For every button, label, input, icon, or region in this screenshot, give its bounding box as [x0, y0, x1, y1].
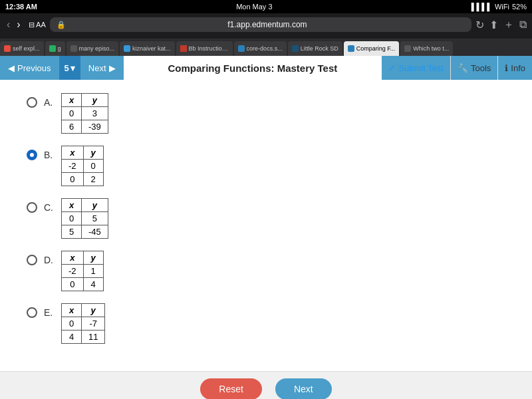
option-b: B. x y -2 0 0 2: [27, 146, 505, 186]
option-a-row-1: 0 3: [62, 107, 108, 120]
option-b-table: x y -2 0 0 2: [61, 146, 104, 186]
option-d-row-1: -2 1: [62, 265, 104, 278]
option-e-x1: 0: [62, 317, 82, 331]
option-d-x2: 0: [62, 278, 84, 291]
option-a-y1: 3: [82, 107, 108, 120]
submit-label: Submit Test: [398, 63, 444, 73]
back-button[interactable]: ‹: [5, 19, 11, 31]
option-c-letter: C.: [44, 202, 55, 213]
option-a-y2: -39: [82, 120, 108, 134]
tabs-button[interactable]: ⧉: [519, 19, 527, 31]
tab-which-two[interactable]: Which two t...: [400, 41, 453, 56]
forward-button[interactable]: ›: [15, 19, 21, 31]
next-button-top[interactable]: Next ▶: [80, 56, 124, 80]
tab-many-episo[interactable]: many episo...: [66, 41, 119, 56]
option-c-y2: -45: [82, 225, 108, 239]
lock-icon: 🔒: [57, 21, 66, 29]
check-icon: ✓: [388, 63, 396, 73]
option-d-y2: 4: [83, 278, 103, 291]
wifi-icon: WiFi: [495, 3, 509, 11]
option-b-row-2: 0 2: [62, 173, 104, 186]
option-d-y1: 1: [83, 265, 103, 278]
option-d-header-x: x: [62, 251, 84, 265]
bottom-action-bar: Reset Next: [0, 371, 532, 399]
option-b-x1: -2: [62, 160, 84, 173]
tab-little-rock[interactable]: Little Rock SD: [288, 41, 342, 56]
tab-g[interactable]: g: [45, 41, 65, 56]
option-c-radio[interactable]: [27, 202, 37, 213]
question-nav: ◀ Previous 5 ▾ Next ▶ Comparing Function…: [0, 56, 532, 80]
signal-icon: ▌▌▌▌: [471, 3, 492, 11]
tab-self-expl[interactable]: self expl...: [0, 41, 44, 56]
new-tab-button[interactable]: ＋: [503, 18, 514, 32]
info-label: Info: [511, 63, 525, 73]
option-b-y1: 0: [83, 160, 103, 173]
option-c-row-2: 5 -45: [62, 225, 108, 239]
prev-arrow-icon: ◀: [8, 63, 15, 73]
option-b-radio[interactable]: [27, 150, 37, 160]
option-e-radio-container[interactable]: [27, 307, 37, 318]
status-day: Mon May 3: [236, 3, 272, 11]
previous-button[interactable]: ◀ Previous: [0, 56, 59, 80]
option-e-letter: E.: [44, 307, 55, 318]
next-button-bottom[interactable]: Next: [275, 378, 332, 399]
reload-button[interactable]: ↻: [475, 19, 484, 31]
browser-actions: ↻ ⬆ ＋ ⧉: [475, 18, 527, 32]
url-bar[interactable]: 🔒 f1.app.edmentum.com: [50, 17, 471, 32]
battery-icon: 52%: [512, 3, 527, 11]
tab-instructional[interactable]: Bb Instructional...: [176, 41, 233, 56]
option-a-letter: A.: [44, 97, 55, 108]
option-b-x2: 0: [62, 173, 84, 186]
tools-button[interactable]: 🔧 Tools: [450, 56, 497, 80]
option-a-header-x: x: [62, 94, 82, 107]
option-c-y1: 5: [82, 212, 108, 225]
option-e-header-x: x: [62, 304, 82, 317]
option-a-row-2: 6 -39: [62, 120, 108, 134]
status-time: 12:38 AM: [5, 3, 37, 11]
prev-label: Previous: [17, 63, 51, 73]
option-c-radio-container[interactable]: [27, 202, 37, 213]
option-b-header-y: y: [83, 146, 103, 160]
option-d-radio-container[interactable]: [27, 255, 37, 265]
option-b-radio-container[interactable]: [27, 150, 37, 160]
option-e-y1: -7: [82, 317, 105, 331]
browser-tabs: self expl... g many episo... kiznaiver k…: [0, 39, 532, 56]
option-b-letter: B.: [44, 150, 55, 160]
tab-kiznaiver[interactable]: kiznaiver kat...: [120, 41, 175, 56]
info-button[interactable]: ℹ Info: [497, 56, 532, 80]
option-c-header-x: x: [62, 199, 82, 212]
option-e-radio[interactable]: [27, 307, 37, 318]
tab-core-docs[interactable]: core-docs.s...: [234, 41, 287, 56]
option-b-y2: 2: [83, 173, 103, 186]
submit-test-button[interactable]: ✓ Submit Test: [382, 56, 450, 80]
option-e-header-y: y: [82, 304, 105, 317]
info-icon: ℹ: [505, 63, 508, 73]
option-d-radio[interactable]: [27, 255, 37, 265]
option-a-header-y: y: [82, 94, 108, 107]
main-content: A. x y 0 3 6 -39: [0, 80, 532, 371]
option-c-header-y: y: [82, 199, 108, 212]
option-c-x1: 0: [62, 212, 82, 225]
browser-chrome: ‹ › ⊟ AA 🔒 f1.app.edmentum.com ↻ ⬆ ＋ ⧉: [0, 13, 532, 39]
reset-button[interactable]: Reset: [200, 378, 262, 399]
option-d-letter: D.: [44, 255, 55, 265]
option-e-row-1: 0 -7: [62, 317, 105, 331]
option-d-table: x y -2 1 0 4: [61, 251, 104, 291]
option-d-row-2: 0 4: [62, 278, 104, 291]
option-a-radio[interactable]: [27, 97, 37, 108]
option-a-x2: 6: [62, 120, 82, 134]
option-a: A. x y 0 3 6 -39: [27, 93, 505, 134]
question-number[interactable]: 5 ▾: [59, 56, 80, 80]
status-bar: 12:38 AM Mon May 3 ▌▌▌▌ WiFi 52%: [0, 0, 532, 13]
option-c-row-1: 0 5: [62, 212, 108, 225]
option-b-header-x: x: [62, 146, 84, 160]
option-e-table: x y 0 -7 4 11: [61, 303, 105, 344]
toolbar-right: ✓ Submit Test 🔧 Tools ℹ Info: [382, 56, 532, 80]
share-button[interactable]: ⬆: [489, 19, 498, 31]
tab-comparing-f[interactable]: Comparing F...: [344, 41, 400, 56]
option-a-radio-container[interactable]: [27, 97, 37, 108]
option-e-y2: 11: [82, 331, 105, 344]
question-num-value: 5: [65, 63, 69, 73]
option-a-x1: 0: [62, 107, 82, 120]
reader-button[interactable]: ⊟ AA: [29, 21, 46, 29]
